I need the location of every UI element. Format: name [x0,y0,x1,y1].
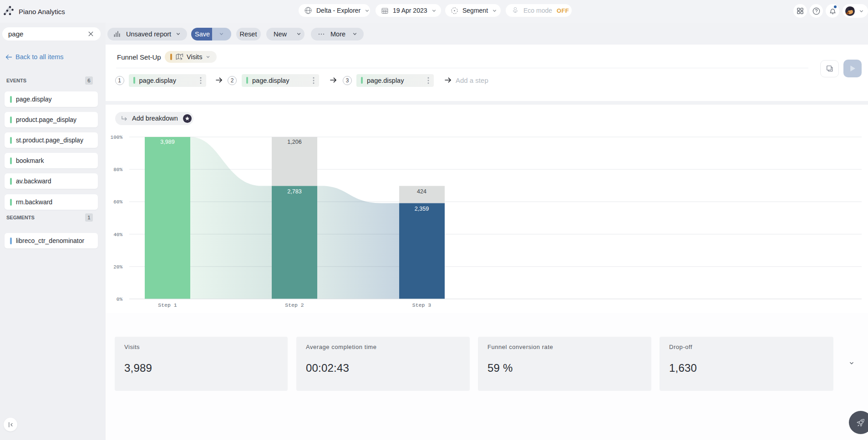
svg-text:424: 424 [417,188,426,195]
svg-text:80%: 80% [113,167,122,172]
svg-text:40%: 40% [113,232,122,238]
svg-text:Step 2: Step 2 [285,302,304,308]
svg-text:Step 1: Step 1 [158,302,177,308]
svg-text:2,783: 2,783 [287,188,301,195]
svg-text:0%: 0% [117,297,123,302]
svg-text:1,206: 1,206 [287,139,301,145]
svg-text:2,359: 2,359 [415,206,429,212]
svg-text:3,989: 3,989 [160,139,174,145]
svg-text:20%: 20% [113,264,122,270]
svg-text:60%: 60% [113,199,122,205]
svg-text:100%: 100% [111,135,123,140]
svg-text:Step 3: Step 3 [412,302,431,308]
